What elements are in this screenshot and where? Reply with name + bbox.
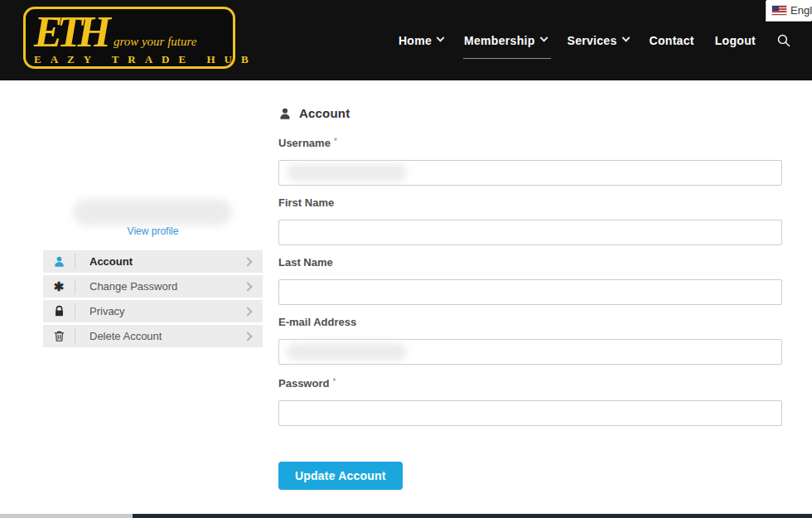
nav-membership-label: Membership [464, 34, 534, 47]
user-icon [278, 107, 292, 120]
field-first-name: First Name [278, 196, 782, 245]
user-icon [43, 255, 75, 268]
page: ETH grow your future EAZY TRADE HUB Home… [0, 0, 812, 518]
footer-strip [133, 514, 812, 518]
menu-item-label: Privacy [75, 305, 244, 317]
email-field[interactable] [278, 339, 782, 365]
menu-item-label: Change Password [75, 280, 244, 293]
chevron-right-icon [243, 332, 252, 341]
nav-item-services[interactable]: Services [568, 34, 629, 47]
form-heading: Account [278, 106, 782, 120]
password-input[interactable] [278, 400, 782, 426]
email-label: E-mail Address [278, 316, 782, 329]
form-title: Account [299, 106, 350, 120]
site-header: ETH grow your future EAZY TRADE HUB Home… [0, 0, 812, 80]
footer-strip-left [0, 514, 133, 518]
username-input[interactable] [278, 160, 782, 186]
logo[interactable]: ETH grow your future EAZY TRADE HUB [23, 7, 235, 69]
nav-item-logout[interactable]: Logout [715, 34, 756, 47]
password-label: Password* [278, 375, 782, 390]
nav-item-home[interactable]: Home [399, 34, 443, 47]
nav-home-label: Home [399, 34, 432, 47]
trash-icon [43, 330, 75, 342]
first-name-label: First Name [278, 196, 782, 210]
field-username: Username* [278, 135, 782, 186]
nav-logout-label: Logout [715, 34, 756, 47]
chevron-down-icon [437, 34, 445, 42]
field-password: Password* [278, 375, 782, 426]
chevron-down-icon [621, 34, 630, 42]
search-icon[interactable] [776, 33, 790, 47]
required-marker: * [334, 137, 337, 146]
account-menu: Account ✱ Change Password Privacy [43, 250, 263, 350]
nav-item-membership[interactable]: Membership [464, 34, 546, 47]
chevron-down-icon [539, 34, 548, 42]
main-nav: Home Membership Services Contact Logout [399, 0, 790, 80]
menu-item-privacy[interactable]: Privacy [43, 300, 263, 322]
first-name-input[interactable] [278, 220, 782, 245]
nav-services-label: Services [568, 34, 617, 47]
menu-item-label: Delete Account [75, 330, 244, 342]
nav-contact-label: Contact [650, 34, 694, 47]
chevron-right-icon [243, 282, 252, 291]
chevron-right-icon [243, 307, 252, 316]
view-profile-link[interactable]: View profile [43, 225, 263, 237]
last-name-label: Last Name [278, 256, 782, 269]
logo-monogram: ETH [34, 14, 114, 51]
redacted-profile-name [73, 199, 232, 225]
last-name-input[interactable] [278, 279, 782, 305]
update-account-button[interactable]: Update Account [278, 462, 403, 490]
chevron-right-icon [243, 257, 252, 266]
menu-item-delete-account[interactable]: Delete Account [43, 325, 263, 347]
field-email: E-mail Address [278, 316, 782, 365]
logo-row: ETH grow your future [34, 12, 223, 51]
menu-item-account[interactable]: Account [43, 250, 263, 273]
us-flag-icon [772, 6, 786, 15]
nav-item-contact[interactable]: Contact [650, 34, 694, 47]
account-form: Account Username* First Name Last Name [278, 106, 782, 490]
required-marker: * [332, 377, 336, 386]
menu-item-label: Account [75, 255, 244, 268]
language-label: English [790, 4, 812, 17]
lock-icon [43, 305, 75, 317]
logo-name: EAZY TRADE HUB [34, 53, 223, 66]
username-label: Username* [278, 135, 782, 150]
language-selector[interactable]: English [766, 0, 812, 21]
asterisk-icon: ✱ [43, 280, 75, 293]
logo-tagline: grow your future [114, 35, 197, 51]
menu-item-change-password[interactable]: ✱ Change Password [43, 275, 263, 298]
field-last-name: Last Name [278, 256, 782, 305]
